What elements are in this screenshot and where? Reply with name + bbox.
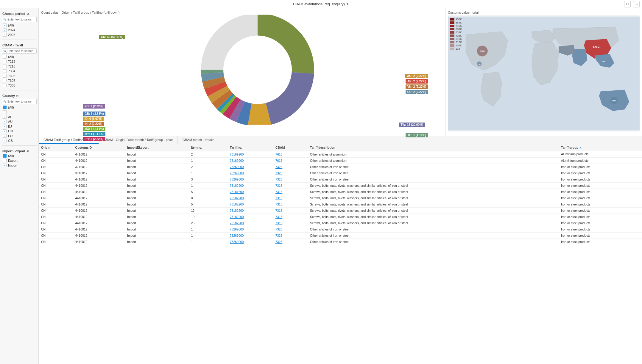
label-mx: MX: 1 (1.11%)	[83, 127, 105, 131]
importexport-export-item[interactable]: Export	[2, 158, 37, 163]
tariff-7304-item[interactable]: 7304	[2, 69, 37, 73]
label-us: US: 2 (2.22%)	[406, 90, 428, 94]
settings-icon[interactable]: ⋯	[633, 1, 640, 7]
tariff-7306-item[interactable]: 7306	[2, 73, 37, 78]
svg-text:1.06M: 1.06M	[593, 46, 600, 48]
refresh-icon[interactable]: ↻	[624, 1, 631, 7]
period-search-input[interactable]	[7, 18, 35, 21]
divider-1	[2, 40, 37, 40]
period-2023-item[interactable]: 2023	[2, 32, 37, 37]
table-tabs: CBAM Tariff group / Tariffno - chart CBA…	[39, 136, 642, 144]
label-ph: PH: 2 (2.22%)	[83, 137, 105, 141]
app-title: CBAM evaluations (req. enquiry)	[293, 2, 345, 6]
table-panel: CBAM Tariff group / Tariffno - chart CBA…	[39, 136, 642, 364]
country-search-box[interactable]: 🔍	[2, 99, 37, 104]
country-fo-item[interactable]: FO	[2, 134, 37, 138]
tariff-7216-item[interactable]: 7216	[2, 64, 37, 69]
period-search-box[interactable]: 🔍	[2, 17, 37, 22]
country-au-checkbox[interactable]	[3, 120, 7, 123]
country-cn-checkbox[interactable]	[3, 129, 7, 133]
country-search-icon: 🔍	[3, 100, 7, 103]
importexport-export-checkbox[interactable]	[3, 159, 7, 162]
country-filter-icon[interactable]: ⊘	[16, 94, 18, 98]
period-section: Choose period ⊘ 🔍 (All) 2024 2023	[0, 10, 38, 38]
table-row: CN4410012Import1731829007318Screws, bolt…	[39, 182, 642, 189]
country-bj-checkbox[interactable]	[3, 125, 7, 128]
legend-319k: 319K	[450, 37, 462, 40]
period-2024-checkbox[interactable]	[3, 28, 7, 32]
tariff-7304-checkbox[interactable]	[3, 69, 7, 73]
country-ae-checkbox[interactable]	[3, 115, 7, 119]
country-fo-checkbox[interactable]	[3, 134, 7, 138]
tariff-7212-checkbox[interactable]	[3, 60, 7, 63]
col-group: Tariff group ▲	[559, 144, 642, 151]
country-bj-item[interactable]: BJ	[2, 124, 37, 129]
label-vn: VN: 2 (2.22%)	[406, 84, 428, 89]
donut-container: CN: 46 (51.11%) AU: 2 (2.22%) AE: 2 (2.2…	[41, 15, 443, 128]
tariff-all-checkbox[interactable]	[3, 55, 7, 59]
svg-text:858K: 858K	[480, 50, 485, 52]
tariff-7307-item[interactable]: 7307	[2, 78, 37, 83]
country-ae-item[interactable]: AE	[2, 114, 37, 119]
label-fo: FO: 2 (2.22%)	[83, 104, 105, 109]
tariff-search-box[interactable]: 🔍	[2, 48, 37, 54]
table-row: CN4410012Import3732690007326Other articl…	[39, 176, 642, 182]
import-export-filter-icon[interactable]: ⊘	[27, 150, 29, 153]
col-customsid: CustomsID	[73, 144, 125, 151]
tariff-7306-checkbox[interactable]	[3, 74, 7, 78]
importexport-import-item[interactable]: Import	[2, 163, 37, 168]
country-cn-item[interactable]: CN	[2, 129, 37, 134]
data-table: Origin CustomsID ImportEksport Itemno. T…	[39, 144, 642, 364]
period-2024-item[interactable]: 2024	[2, 28, 37, 32]
filter-indicator: ▼	[346, 2, 349, 6]
period-all-item[interactable]: (All)	[2, 23, 37, 28]
tariff-7308-checkbox[interactable]	[3, 84, 7, 87]
country-gb-checkbox[interactable]	[3, 139, 7, 142]
period-filter-icon[interactable]: ⊘	[27, 12, 29, 15]
tariff-search-input[interactable]	[7, 49, 35, 53]
svg-point-15	[223, 36, 292, 104]
table-row: CN4410012Import26731822007318Screws, bol…	[39, 220, 642, 226]
legend-213k: 213K	[450, 41, 462, 44]
legend-958k: 958K	[450, 18, 462, 21]
importexport-all-item[interactable]: (All)	[2, 153, 37, 158]
bottom-section: CBAM Tariff group / Tariffno - chart CBA…	[39, 136, 642, 364]
period-all-checkbox[interactable]	[3, 23, 7, 27]
country-blank-item[interactable]	[2, 110, 37, 114]
country-all-checkbox[interactable]	[3, 106, 7, 109]
tariff-7308-item[interactable]: 7308	[2, 83, 37, 88]
importexport-import-checkbox[interactable]	[3, 164, 7, 167]
tab-details[interactable]: CBAM match - details	[178, 136, 219, 144]
legend-107k: 107K	[450, 44, 462, 47]
period-search-icon: 🔍	[3, 18, 7, 21]
country-all-item[interactable]: (All)	[2, 105, 37, 110]
tariff-7212-item[interactable]: 7212	[2, 59, 37, 64]
tab-pivot[interactable]: CBAM - Origin / Year month / Tariff grou…	[99, 136, 178, 144]
world-map-svg: 1.06M 858K 1.6K 71.9K 5.86K	[448, 15, 640, 131]
map-panel-title: Customs value - origin	[448, 11, 640, 14]
table-row: CN4410012Import1732690007326Other articl…	[39, 226, 642, 232]
table-row: CN4410012Import2761699007616Other articl…	[39, 151, 642, 157]
table-row: CN4410012Import5731822007318Screws, bolt…	[39, 201, 642, 207]
tariff-7307-checkbox[interactable]	[3, 79, 7, 82]
top-section: Count value - Origin / Tariff group / Ta…	[39, 8, 642, 136]
tariff-7216-checkbox[interactable]	[3, 65, 7, 68]
table-header: Origin CustomsID ImportEksport Itemno. T…	[39, 144, 642, 151]
country-gb-item[interactable]: GB	[2, 138, 37, 143]
importexport-all-checkbox[interactable]	[3, 154, 7, 158]
main-layout: Choose period ⊘ 🔍 (All) 2024 2023	[0, 8, 642, 364]
col-tariffno: Tariffno.	[227, 144, 273, 151]
country-search-input[interactable]	[7, 100, 35, 103]
period-section-title: Choose period ⊘	[2, 11, 37, 16]
period-2023-checkbox[interactable]	[3, 33, 7, 37]
table-row: CN4410012Import5731816007318Screws, bolt…	[39, 189, 642, 195]
tariff-section-title: CBAM - Tariff	[2, 42, 37, 48]
legend-426k: 426K	[450, 34, 462, 37]
map-panel: Customs value - origin	[445, 8, 642, 136]
col-itemno: Itemno.	[188, 144, 227, 151]
country-blank-checkbox[interactable]	[3, 110, 7, 114]
tariff-all-item[interactable]: (All)	[2, 54, 37, 59]
country-section: Country ⊘ 🔍 (All) AE AU	[0, 92, 38, 144]
legend-532k: 532K	[450, 31, 462, 34]
country-au-item[interactable]: AU	[2, 119, 37, 124]
